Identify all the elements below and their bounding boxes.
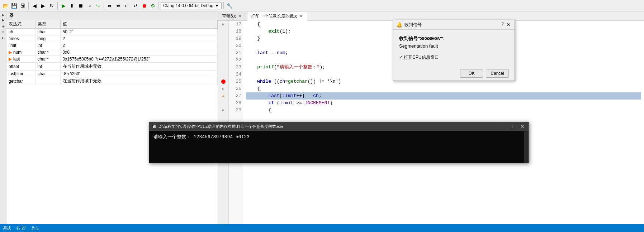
debug-row-expr: ▶num xyxy=(6,49,35,56)
gutter-line xyxy=(218,28,228,35)
code-line: { xyxy=(246,107,641,114)
debug-row-type xyxy=(35,77,60,85)
sep5 xyxy=(223,2,224,9)
line-number: 29 xyxy=(230,107,241,114)
debug-row[interactable]: limitint2 xyxy=(6,42,218,49)
terminal-min-btn[interactable]: — xyxy=(501,124,508,129)
sidebar-icon-3[interactable]: ◈ xyxy=(1,24,6,29)
dialog-question: ? xyxy=(501,21,504,28)
line-number: 21 xyxy=(230,49,241,57)
debug-row-expr: ch xyxy=(6,29,35,35)
gutter-line xyxy=(218,78,228,85)
toolbar-btn-refresh[interactable]: ↻ xyxy=(48,2,56,10)
debug-row[interactable]: offsetint在当前作用域中无效 xyxy=(6,63,218,71)
terminal-max-btn[interactable]: □ xyxy=(511,124,516,129)
line-number: 18 xyxy=(230,28,241,35)
debug-row-value: -85 '\253' xyxy=(60,71,218,77)
debug-row-type: char xyxy=(35,29,60,35)
debug-row-expr: offset xyxy=(6,63,35,71)
tab-draft-label: 草稿6.c xyxy=(222,13,236,19)
debug-row-expr: times xyxy=(6,35,35,42)
sidebar-icon-1[interactable]: ▶ xyxy=(1,12,6,17)
dialog-title-left: 🔔 收到信号 xyxy=(396,22,422,28)
dialog-cancel-btn[interactable]: Cancel xyxy=(486,69,509,78)
debug-row[interactable]: chchar50 '2' xyxy=(6,29,218,35)
toolbar-btn-indent3[interactable]: ↵ xyxy=(123,2,131,10)
toolbar-btn-back[interactable]: ◀ xyxy=(30,2,38,10)
sep1 xyxy=(28,2,29,9)
terminal-title: D:\编程学习\c语言\作业\31.c语言的内存布局\打印一个任意长度的数.ex… xyxy=(158,124,501,129)
toolbar-btn-debug[interactable]: ⚙ xyxy=(149,2,157,10)
current-arrow: ⇒ xyxy=(222,93,225,99)
sidebar-icon-2[interactable]: ⚑ xyxy=(1,18,6,23)
toolbar-btn-run[interactable]: ▶ xyxy=(60,2,67,10)
tab-main-close[interactable]: ✕ xyxy=(299,14,303,19)
debugger-panel: 器 表达式 类型 值 chchar50 '2'timeslong2limitin… xyxy=(6,11,218,224)
col-header-type: 类型 xyxy=(35,20,60,29)
toolbar-btn-jump[interactable]: ↪ xyxy=(94,2,102,10)
signal-dialog: 🔔 收到信号 ? ✕ 收到信号"SIGSEGV": Segmentation f… xyxy=(393,20,515,81)
config-selector[interactable]: Clang 14.0.0 64-bit Debug ▼ xyxy=(161,2,222,9)
debug-row[interactable]: getchar在当前作用域中无效 xyxy=(6,77,218,85)
terminal-scrollbar[interactable] xyxy=(524,131,529,163)
toolbar-btn-save2[interactable]: 🖫 xyxy=(19,2,27,10)
toolbar-btn-stop2[interactable]: ⏹ xyxy=(140,2,148,10)
tab-draft-close[interactable]: ✕ xyxy=(238,14,242,19)
dialog-title-bar: 🔔 收到信号 ? ✕ xyxy=(393,20,515,30)
tab-draft[interactable]: 草稿6.c ✕ xyxy=(218,12,246,20)
status-debug: 调试 xyxy=(3,226,11,231)
code-line: if (limit >= INCREMENT) xyxy=(246,100,641,107)
fold-btn[interactable]: ⊟ xyxy=(222,87,224,91)
toolbar-btn-indent2[interactable]: ⬌ xyxy=(114,2,122,10)
left-sidebar: ▶ ⚑ ◈ ≡ ▸ xyxy=(0,11,6,224)
toolbar-btn-stop[interactable]: ⏹ xyxy=(77,2,85,10)
debug-row-expr: last[limi xyxy=(6,71,35,77)
line-number: 24 xyxy=(230,71,241,78)
status-line: 行:27 xyxy=(16,226,26,231)
sep2 xyxy=(57,2,58,9)
debug-row-type: int xyxy=(35,42,60,49)
debug-row-value: 在当前作用域中无效 xyxy=(60,77,218,85)
main-layout: ▶ ⚑ ◈ ≡ ▸ 器 表达式 类型 值 chchar50 '2'timeslo… xyxy=(0,11,644,224)
debug-row-type: long xyxy=(35,35,60,42)
line-number: 28 xyxy=(230,100,241,107)
toolbar-btn-open[interactable]: 📂 xyxy=(1,2,9,10)
sep4 xyxy=(158,2,159,9)
debug-table: 表达式 类型 值 chchar50 '2'timeslong2limitint2… xyxy=(6,20,218,85)
toolbar-btn-indent1[interactable]: ⬌ xyxy=(106,2,114,10)
gutter-line: ⊟ xyxy=(218,107,228,114)
dialog-title-text: 收到信号 xyxy=(404,22,422,28)
toolbar-btn-save[interactable]: 💾 xyxy=(10,2,18,10)
terminal-content: 请输入一个整数： 12345678979894 56123 xyxy=(153,134,250,140)
debug-row[interactable]: ▶numchar *0x0 xyxy=(6,49,218,56)
toolbar-btn-forward[interactable]: ▶ xyxy=(39,2,47,10)
sidebar-icon-5[interactable]: ▸ xyxy=(1,35,6,40)
debug-row[interactable]: last[limichar-85 '\253' xyxy=(6,71,218,77)
terminal-title-bar: 🖥 D:\编程学习\c语言\作业\31.c语言的内存布局\打印一个任意长度的数.… xyxy=(149,122,529,131)
dialog-checkbox[interactable]: ✓ 打开CPU信息窗口 xyxy=(399,54,509,61)
debug-row[interactable]: ▶lastchar *0x1575e5005b0 "\r♦♦\272\r1\25… xyxy=(6,56,218,63)
gutter-line xyxy=(218,42,228,49)
debug-row-expr: limit xyxy=(6,42,35,49)
terminal-close-btn[interactable]: ✕ xyxy=(519,124,526,129)
fold-btn[interactable]: ⊟ xyxy=(222,23,224,26)
tab-main[interactable]: 打印一个任意长度的数.c ✕ xyxy=(247,12,307,21)
col-header-expr: 表达式 xyxy=(6,20,35,29)
gutter-line xyxy=(218,71,228,78)
toolbar-btn-extra[interactable]: 🔧 xyxy=(226,2,233,10)
debug-row-type: char * xyxy=(35,49,60,56)
toolbar-btn-pause[interactable]: ⏸ xyxy=(68,2,76,10)
fold-btn[interactable]: ⊟ xyxy=(222,108,224,112)
terminal-body[interactable]: 请输入一个整数： 12345678979894 56123 xyxy=(149,131,529,163)
dialog-ok-btn[interactable]: OK xyxy=(460,69,483,78)
debug-row[interactable]: timeslong2 xyxy=(6,35,218,42)
debug-row-value: 0x0 xyxy=(60,49,218,56)
toolbar-btn-step[interactable]: ⇥ xyxy=(85,2,93,10)
toolbar-btn-indent4[interactable]: ↵ xyxy=(132,2,139,10)
gutter-line: ⇒ xyxy=(218,92,228,100)
sidebar-icon-4[interactable]: ≡ xyxy=(1,29,6,34)
dialog-title-controls: ? ✕ xyxy=(501,21,512,28)
line-number: 17 xyxy=(230,21,241,28)
dialog-close-btn[interactable]: ✕ xyxy=(505,21,512,28)
debug-row-expr: ▶last xyxy=(6,56,35,63)
